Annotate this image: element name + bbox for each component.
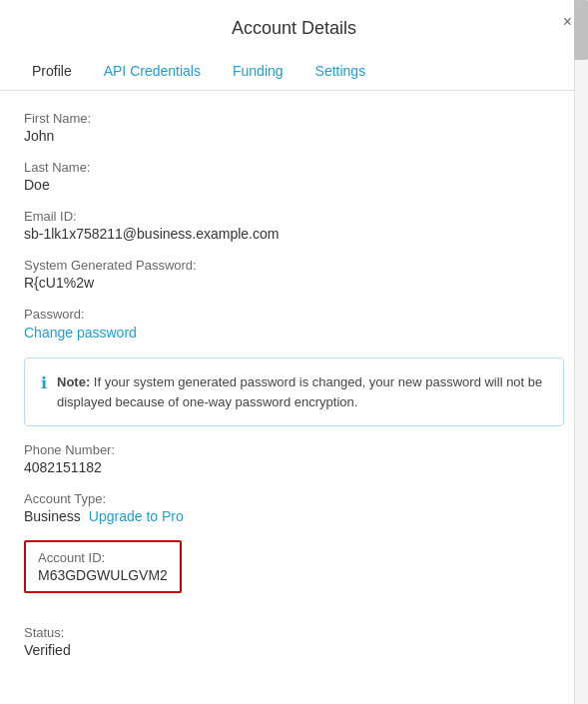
note-box: ℹ Note: If your system generated passwor… <box>24 357 564 426</box>
email-value: sb-1lk1x758211@business.example.com <box>24 226 564 242</box>
account-id-box: Account ID: M63GDGWULGVM2 <box>24 540 182 593</box>
tab-settings[interactable]: Settings <box>299 53 382 91</box>
phone-label: Phone Number: <box>24 442 564 457</box>
email-group: Email ID: sb-1lk1x758211@business.exampl… <box>24 209 564 242</box>
note-text: Note: If your system generated password … <box>57 372 547 411</box>
note-body: If your system generated password is cha… <box>57 374 542 409</box>
account-id-group: Account ID: M63GDGWULGVM2 <box>24 540 564 609</box>
phone-group: Phone Number: 4082151182 <box>24 442 564 475</box>
status-label: Status: <box>24 625 564 640</box>
password-label: Password: <box>24 307 564 322</box>
first-name-value: John <box>24 128 564 144</box>
profile-content: First Name: John Last Name: Doe Email ID… <box>0 91 588 694</box>
info-icon: ℹ <box>41 373 47 392</box>
close-button[interactable]: × <box>563 14 572 30</box>
password-group: Password: Change password <box>24 307 564 342</box>
modal-container: Account Details × Profile API Credential… <box>0 0 588 704</box>
account-id-value: M63GDGWULGVM2 <box>38 567 168 583</box>
tab-funding[interactable]: Funding <box>217 53 299 91</box>
last-name-group: Last Name: Doe <box>24 160 564 193</box>
tab-api-credentials[interactable]: API Credentials <box>88 53 217 91</box>
account-type-value: Business <box>24 508 81 524</box>
sys-password-label: System Generated Password: <box>24 258 564 273</box>
upgrade-link[interactable]: Upgrade to Pro <box>89 508 184 524</box>
change-password-link[interactable]: Change password <box>24 325 137 341</box>
account-type-label: Account Type: <box>24 491 564 506</box>
tab-profile[interactable]: Profile <box>16 53 88 91</box>
modal-header: Account Details × <box>0 0 588 39</box>
sys-password-group: System Generated Password: R{cU1%2w <box>24 258 564 291</box>
account-type-group: Account Type: Business Upgrade to Pro <box>24 491 564 524</box>
first-name-group: First Name: John <box>24 111 564 144</box>
scrollbar-track[interactable] <box>574 0 588 704</box>
first-name-label: First Name: <box>24 111 564 126</box>
status-group: Status: Verified <box>24 625 564 658</box>
account-id-label: Account ID: <box>38 550 168 565</box>
sys-password-value: R{cU1%2w <box>24 275 564 291</box>
tabs-container: Profile API Credentials Funding Settings <box>0 53 588 91</box>
phone-value: 4082151182 <box>24 459 564 475</box>
account-type-row: Business Upgrade to Pro <box>24 508 564 524</box>
email-label: Email ID: <box>24 209 564 224</box>
last-name-label: Last Name: <box>24 160 564 175</box>
note-label: Note: <box>57 374 90 389</box>
modal-title: Account Details <box>232 18 356 38</box>
last-name-value: Doe <box>24 177 564 193</box>
status-value: Verified <box>24 642 564 658</box>
